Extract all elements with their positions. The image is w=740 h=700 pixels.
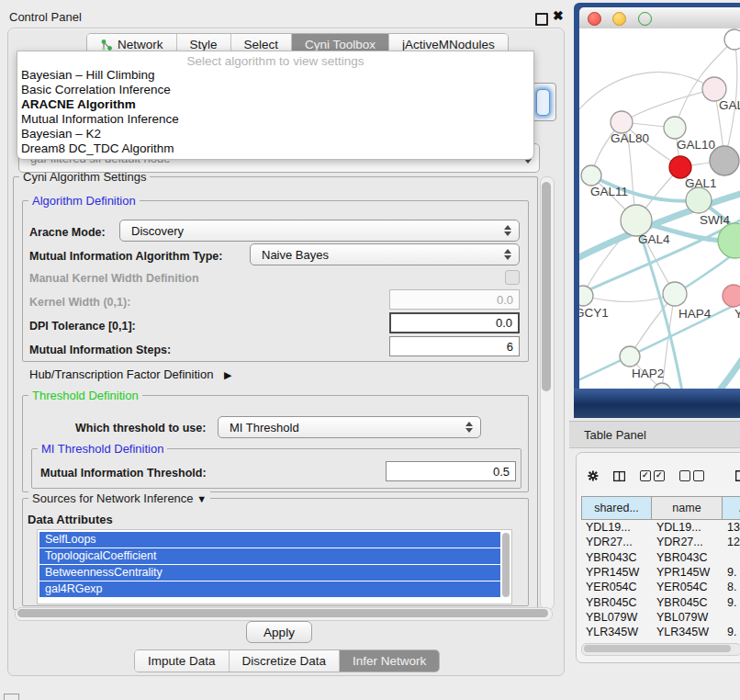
table-cell: YLR345W [652, 626, 723, 638]
mi-steps-field[interactable]: 6 [389, 336, 520, 356]
algorithm-option[interactable]: Mutual Information Inference [17, 112, 533, 127]
network-node[interactable] [663, 282, 687, 306]
table-cell: YBR045C [652, 596, 723, 609]
split-columns-icon[interactable] [613, 469, 625, 484]
attribute-item[interactable]: SelfLoops [39, 532, 500, 548]
dpi-tolerance-field[interactable]: 0.0 [389, 312, 520, 333]
gear-icon[interactable] [588, 468, 599, 484]
algorithm-option[interactable]: Bayesian – Hill Climbing [17, 68, 533, 83]
aracne-mode-combo[interactable]: Discovery [119, 220, 520, 242]
network-node[interactable] [718, 223, 740, 258]
table-row[interactable]: YDR27...YDR27...12 [581, 535, 740, 549]
network-graph: GALGAL80GAL10GAL1GAL11SWI4GAL4GCY1HAP4YH… [579, 28, 740, 389]
mi-steps-label: Mutual Information Steps: [29, 344, 171, 356]
table-cell: 8. [723, 581, 740, 593]
collapse-arrow-icon: ▼ [196, 493, 207, 504]
network-node[interactable] [581, 165, 601, 186]
mi-threshold-label: Mutual Information Threshold: [40, 467, 207, 480]
data-attributes-list[interactable]: SelfLoopsTopologicalCoefficientBetweenne… [37, 529, 512, 604]
table-cell: YBR043C [652, 551, 723, 564]
network-node-label: GAL [719, 98, 740, 112]
network-node-label: GAL10 [677, 138, 715, 152]
table-cell: 12 [723, 536, 740, 548]
algorithm-definition-title: Algorithm Definition [28, 194, 140, 208]
select-all-checks-icon[interactable]: ✓✓ [640, 470, 665, 481]
zoom-window-icon[interactable] [638, 12, 652, 26]
table-horizontal-scrollbar[interactable] [581, 643, 740, 656]
float-panel-icon[interactable] [535, 13, 548, 26]
table-cell: YBL079W [652, 611, 723, 624]
settings-vertical-scrollbar[interactable] [540, 176, 555, 610]
tab-discretize-data[interactable]: Discretize Data [230, 650, 341, 672]
algorithm-option[interactable]: Dream8 DC_TDC Algorithm [17, 141, 533, 156]
network-view[interactable]: GALGAL80GAL10GAL1GAL11SWI4GAL4GCY1HAP4YH… [579, 28, 740, 389]
table-cell: YLR345W [581, 626, 652, 638]
table-row[interactable]: YBL079WYBL079W [581, 610, 740, 625]
combo-arrows-icon [465, 422, 473, 433]
network-node[interactable] [611, 111, 633, 133]
network-node[interactable] [621, 205, 652, 236]
close-window-icon[interactable] [588, 12, 601, 26]
algorithm-option[interactable]: Bayesian – K2 [17, 127, 533, 141]
list-scrollbar[interactable] [502, 533, 510, 597]
table-cell: YPR145W [581, 566, 652, 579]
network-node[interactable] [710, 146, 739, 175]
hub-factor-expander[interactable]: Hub/Transcription Factor Definition ▶ [29, 367, 231, 381]
network-node-label: SWI4 [700, 213, 730, 227]
network-node-label: Y [734, 307, 740, 321]
table-row[interactable]: YER054CYER054C8. [581, 580, 740, 594]
network-node[interactable] [723, 285, 740, 307]
attribute-item[interactable]: BetweennessCentrality [39, 565, 500, 581]
table-row[interactable]: YBR045CYBR045C9. [581, 594, 740, 609]
attribute-item[interactable]: TopologicalCoefficient [39, 548, 500, 564]
threshold-definition-title: Threshold Definition [28, 389, 142, 402]
network-window-titlebar[interactable] [579, 7, 740, 29]
settings-horizontal-scrollbar[interactable] [15, 607, 553, 621]
kernel-width-field[interactable]: 0.0 [389, 289, 520, 310]
table-cell: 9. [723, 566, 740, 579]
network-edge[interactable] [715, 350, 740, 389]
table-header-row: shared... name A [581, 496, 740, 520]
algorithm-option[interactable]: Basic Correlation Inference [17, 83, 533, 97]
minimize-window-icon[interactable] [612, 12, 626, 26]
column-header-third[interactable]: A [723, 496, 740, 520]
manual-kernel-checkbox[interactable] [505, 270, 520, 285]
table-cell: 9. [723, 596, 740, 609]
close-panel-icon[interactable]: ✖ [553, 8, 564, 23]
document-icon[interactable] [735, 468, 740, 484]
data-attributes-label: Data Attributes [28, 513, 113, 526]
tab-impute-data[interactable]: Impute Data [135, 650, 230, 672]
network-node-label: HAP2 [632, 367, 664, 380]
tab-infer-network[interactable]: Infer Network [340, 650, 439, 672]
table-row[interactable]: YDL19...YDL19...13 [581, 520, 740, 535]
dpi-tolerance-label: DPI Tolerance [0,1]: [29, 320, 136, 333]
network-node[interactable] [724, 29, 740, 50]
sources-title[interactable]: Sources for Network Inference ▼ [28, 491, 210, 505]
network-edge[interactable] [622, 89, 714, 122]
table-row[interactable]: YPR145WYPR145W9. [581, 565, 740, 580]
algorithm-dropdown-popup: Select algorithm to view settings Bayesi… [17, 51, 534, 160]
column-header-name[interactable]: name [652, 496, 723, 520]
network-node-label: GAL80 [611, 131, 649, 145]
table-cell: YER054C [652, 581, 723, 593]
algorithm-option[interactable]: ARACNE Algorithm [17, 97, 533, 112]
deselect-all-checks-icon[interactable] [679, 470, 704, 481]
table-panel-title: Table Panel [584, 428, 646, 442]
attribute-item[interactable]: gal4RGexp [39, 581, 500, 597]
which-threshold-combo[interactable]: MI Threshold [218, 416, 481, 438]
network-node[interactable] [669, 156, 691, 178]
minimized-panel-button[interactable] [4, 694, 19, 700]
mi-threshold-field[interactable]: 0.5 [386, 461, 516, 481]
table-body: YDL19...YDL19...13YDR27...YDR27...12YBR0… [581, 520, 740, 647]
which-threshold-label: Which threshold to use: [75, 422, 206, 435]
table-row[interactable]: YBR043CYBR043C [581, 550, 740, 565]
kernel-width-label: Kernel Width (0,1): [29, 296, 130, 309]
apply-button[interactable]: Apply [246, 621, 312, 643]
network-node[interactable] [664, 117, 686, 139]
mi-type-combo[interactable]: Naive Bayes [250, 243, 520, 265]
table-cell: YDL19... [581, 521, 652, 534]
network-node[interactable] [686, 187, 712, 213]
network-node[interactable] [620, 346, 640, 367]
column-header-shared[interactable]: shared... [581, 496, 652, 520]
table-row[interactable]: YLR345WYLR345W9. [581, 625, 740, 639]
